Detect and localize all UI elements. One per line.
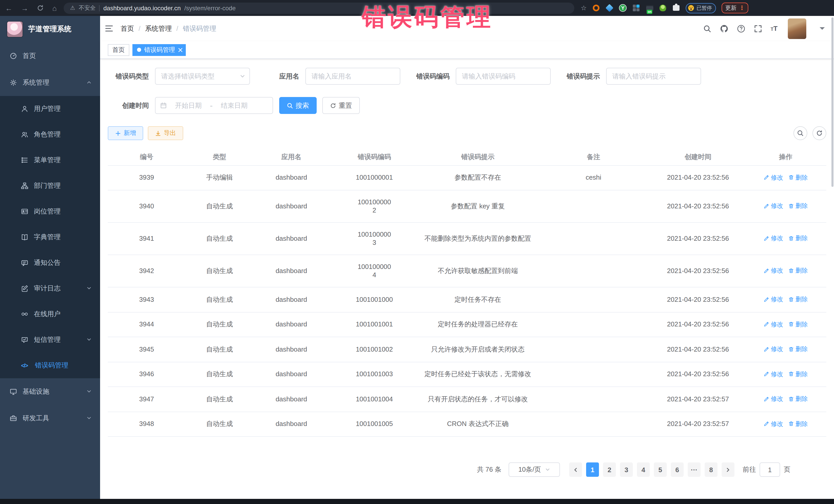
- error-msg-input[interactable]: [606, 68, 701, 85]
- extension-spy-icon[interactable]: [659, 4, 667, 12]
- table-row[interactable]: 3940 自动生成 dashboard 1001000002 参数配置 key …: [108, 190, 826, 222]
- page-8-button[interactable]: 8: [705, 462, 718, 477]
- browser-back-icon[interactable]: ←: [5, 4, 12, 12]
- edit-link[interactable]: 修改: [764, 420, 783, 428]
- edit-link[interactable]: 修改: [764, 395, 783, 403]
- more-pages-button[interactable]: ···: [688, 462, 701, 477]
- page-size-select[interactable]: 10条/页: [509, 462, 560, 477]
- extension-gem-icon[interactable]: [606, 4, 613, 12]
- sidebar-item-岗位管理[interactable]: 岗位管理: [0, 199, 100, 224]
- end-date-input[interactable]: [216, 102, 253, 109]
- delete-link[interactable]: 删除: [788, 370, 808, 378]
- table-row[interactable]: 3944 自动生成 dashboard 1001001001 定时任务的处理器已…: [108, 312, 826, 337]
- search-button[interactable]: 搜索: [279, 97, 317, 114]
- error-type-select[interactable]: [155, 68, 250, 85]
- sidebar-item-菜单管理[interactable]: 菜单管理: [0, 147, 100, 173]
- prev-page-button[interactable]: [569, 462, 582, 477]
- extension-grid-icon[interactable]: [632, 4, 640, 12]
- delete-link[interactable]: 删除: [788, 420, 808, 428]
- start-date-input[interactable]: [170, 102, 207, 109]
- breadcrumb-home[interactable]: 首页: [120, 24, 134, 33]
- delete-link[interactable]: 删除: [788, 395, 808, 403]
- hamburger-icon[interactable]: [105, 24, 113, 33]
- refresh-table-button[interactable]: [812, 126, 826, 140]
- edit-link[interactable]: 修改: [764, 173, 783, 181]
- page-4-button[interactable]: 4: [637, 462, 650, 477]
- table-row[interactable]: 3946 自动生成 dashboard 1001001003 定时任务已经处于该…: [108, 362, 826, 387]
- table-row[interactable]: 3941 自动生成 dashboard 1001000003 不能删除类型为系统…: [108, 222, 826, 255]
- sidebar-item-部门管理[interactable]: 部门管理: [0, 173, 100, 199]
- address-bar[interactable]: ⚠ 不安全 dashboard.yudao.iocoder.cn/system/…: [64, 2, 575, 14]
- edit-link[interactable]: 修改: [764, 234, 783, 242]
- browser-reload-icon[interactable]: [37, 5, 44, 11]
- delete-link[interactable]: 删除: [788, 267, 808, 275]
- page-3-button[interactable]: 3: [620, 462, 633, 477]
- browser-home-icon[interactable]: ⌂: [52, 4, 57, 12]
- export-button[interactable]: 导出: [148, 126, 183, 140]
- edit-link[interactable]: 修改: [764, 320, 783, 328]
- help-icon[interactable]: [737, 24, 745, 32]
- page-2-button[interactable]: 2: [603, 462, 616, 477]
- update-chip[interactable]: 更新 ⋮: [722, 3, 748, 13]
- table-row[interactable]: 3942 自动生成 dashboard 1001000004 不允许获取敏感配置…: [108, 255, 826, 287]
- extension-orange-icon[interactable]: [592, 4, 600, 12]
- delete-link[interactable]: 删除: [788, 202, 808, 210]
- edit-link[interactable]: 修改: [764, 345, 783, 353]
- browser-menu-icon[interactable]: ⋮: [739, 5, 745, 11]
- search-icon[interactable]: [703, 24, 711, 32]
- scrollbar-thumb[interactable]: [831, 18, 833, 187]
- fullscreen-icon[interactable]: [754, 24, 762, 32]
- sidebar-item-通知公告[interactable]: 通知公告: [0, 250, 100, 276]
- github-icon[interactable]: [720, 24, 728, 32]
- paused-chip[interactable]: 已暂停: [686, 3, 716, 13]
- sidebar-logo-row[interactable]: 芋道管理系统: [0, 16, 100, 43]
- sidebar-item-用户管理[interactable]: 用户管理: [0, 96, 100, 122]
- bookmark-star-icon[interactable]: ☆: [581, 4, 587, 12]
- tag-close-icon[interactable]: [178, 47, 183, 52]
- next-page-button[interactable]: [722, 462, 734, 477]
- delete-link[interactable]: 删除: [788, 320, 808, 328]
- sidebar-item-在线用户[interactable]: 在线用户: [0, 301, 100, 327]
- reset-button[interactable]: 重置: [322, 97, 360, 114]
- edit-link[interactable]: 修改: [764, 202, 783, 210]
- sidebar-item-短信管理[interactable]: 短信管理: [0, 327, 100, 353]
- avatar-caret-icon[interactable]: [820, 27, 825, 32]
- table-row[interactable]: 3945 自动生成 dashboard 1001001002 只允许修改为开启或…: [108, 337, 826, 362]
- table-row[interactable]: 3947 自动生成 dashboard 1001001004 只有开启状态的任务…: [108, 387, 826, 412]
- extension-list-icon[interactable]: on: [646, 4, 653, 12]
- date-range-picker[interactable]: -: [155, 97, 273, 114]
- edit-link[interactable]: 修改: [764, 370, 783, 378]
- sidebar-item-字典管理[interactable]: 字典管理: [0, 224, 100, 250]
- delete-link[interactable]: 删除: [788, 173, 808, 181]
- delete-link[interactable]: 删除: [788, 234, 808, 242]
- page-6-button[interactable]: 6: [671, 462, 684, 477]
- tag-home[interactable]: 首页: [108, 44, 129, 56]
- add-button[interactable]: 新增: [108, 126, 143, 140]
- sidebar-item-研发工具[interactable]: 研发工具: [0, 405, 100, 432]
- sidebar-item-基础设施[interactable]: 基础设施: [0, 378, 100, 405]
- sidebar-item-系统管理[interactable]: 系统管理: [0, 69, 100, 96]
- table-row[interactable]: 3939 手动编辑 dashboard 1001000001 参数配置不存在 c…: [108, 165, 826, 190]
- sidebar-item-错误码管理[interactable]: </>错误码管理: [0, 353, 100, 378]
- font-size-icon[interactable]: TT: [771, 25, 777, 32]
- delete-link[interactable]: 删除: [788, 345, 808, 353]
- edit-link[interactable]: 修改: [764, 295, 783, 303]
- tag-error-code[interactable]: 错误码管理: [132, 44, 186, 56]
- browser-forward-icon[interactable]: →: [21, 4, 28, 12]
- toggle-search-button[interactable]: [793, 126, 807, 140]
- breadcrumb-system[interactable]: 系统管理: [145, 24, 172, 33]
- goto-page-input[interactable]: [760, 462, 780, 477]
- user-avatar[interactable]: [788, 18, 806, 39]
- extension-y-icon[interactable]: Y: [619, 4, 627, 12]
- sidebar-item-首页[interactable]: 首页: [0, 43, 100, 69]
- app-name-input[interactable]: [305, 68, 400, 85]
- extension-puzzle-icon[interactable]: [672, 4, 680, 12]
- sidebar-item-角色管理[interactable]: 角色管理: [0, 122, 100, 147]
- sidebar-item-审计日志[interactable]: 审计日志: [0, 276, 100, 301]
- edit-link[interactable]: 修改: [764, 267, 783, 275]
- error-code-input[interactable]: [456, 68, 551, 85]
- table-row[interactable]: 3948 自动生成 dashboard 1001001005 CRON 表达式不…: [108, 412, 826, 437]
- page-1-button[interactable]: 1: [586, 462, 599, 477]
- page-5-button[interactable]: 5: [654, 462, 667, 477]
- table-row[interactable]: 3943 自动生成 dashboard 1001001000 定时任务不存在 2…: [108, 287, 826, 312]
